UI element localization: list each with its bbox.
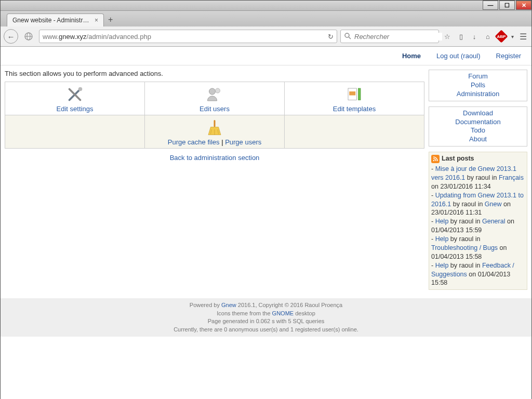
- svg-point-8: [209, 88, 216, 95]
- post-category[interactable]: Français: [499, 174, 524, 181]
- link-back-admin[interactable]: Back to administration section: [170, 154, 260, 162]
- purge-separator: |: [220, 138, 225, 146]
- link-edit-templates[interactable]: Edit templates: [333, 105, 376, 113]
- post-item: - Help by raoul in Feedback / Suggestion…: [431, 261, 525, 288]
- last-posts-title: Last posts: [442, 154, 474, 163]
- templates-icon: [287, 84, 422, 105]
- cell-edit-users: Edit users: [145, 82, 285, 115]
- post-item: - Mise à jour de Gnew 2013.1 vers 2016.1…: [431, 165, 525, 191]
- link-purge-users[interactable]: Purge users: [225, 138, 261, 146]
- top-nav: Home Log out (raoul) Register: [1, 47, 531, 65]
- link-documentation[interactable]: Documentation: [431, 118, 525, 127]
- new-tab-button[interactable]: +: [104, 13, 117, 26]
- post-title[interactable]: Help: [435, 262, 449, 269]
- search-bar[interactable]: [340, 30, 439, 43]
- cell-edit-templates: Edit templates: [285, 82, 424, 115]
- minimize-button[interactable]: —: [483, 1, 498, 10]
- link-administration[interactable]: Administration: [431, 90, 525, 99]
- svg-line-4: [349, 37, 351, 39]
- link-polls[interactable]: Polls: [431, 81, 525, 90]
- nav-logout[interactable]: Log out (raoul): [436, 52, 481, 60]
- link-download[interactable]: Download: [431, 109, 525, 118]
- reload-icon[interactable]: ↻: [328, 33, 334, 41]
- close-tab-icon[interactable]: ×: [95, 17, 98, 24]
- tab-title: Gnew website - Administration...: [12, 17, 90, 24]
- downloads-icon[interactable]: ↓: [469, 31, 480, 42]
- link-todo[interactable]: Todo: [431, 126, 525, 135]
- back-button[interactable]: ←: [4, 29, 18, 44]
- search-input[interactable]: [354, 33, 442, 41]
- post-title[interactable]: Help: [435, 235, 449, 243]
- url-domain: gnew.xyz: [59, 33, 86, 41]
- post-title[interactable]: Help: [435, 218, 449, 225]
- svg-point-3: [345, 33, 349, 37]
- url-prefix: www.: [43, 33, 59, 41]
- content-area: This section allows you to perform advan…: [1, 65, 531, 294]
- post-category[interactable]: Gnew: [485, 201, 502, 208]
- link-purge-cache[interactable]: Purge cache files: [168, 138, 220, 146]
- menu-icon[interactable]: ☰: [518, 31, 528, 42]
- cell-purge: Purge cache files | Purge users: [145, 115, 285, 149]
- section-description: This section allows you to perform advan…: [5, 70, 424, 77]
- browser-toolbar: ← www.gnew.xyz/admin/advanced.php ↻ ☆ ▯ …: [1, 26, 531, 47]
- svg-rect-11: [349, 91, 355, 96]
- cell-edit-settings: Edit settings: [5, 82, 145, 115]
- home-icon[interactable]: ⌂: [483, 31, 493, 42]
- svg-point-9: [216, 88, 220, 93]
- maximize-button[interactable]: ☐: [499, 1, 515, 10]
- sidebar: Forum Polls Administration Download Docu…: [429, 70, 527, 290]
- browser-tab[interactable]: Gnew website - Administration... ×: [7, 14, 104, 26]
- last-posts-header: Last posts: [431, 154, 525, 163]
- search-icon: [344, 32, 351, 41]
- tools-crossed-icon: [7, 84, 142, 105]
- bookmark-star-icon[interactable]: ☆: [442, 31, 453, 42]
- link-edit-settings[interactable]: Edit settings: [57, 105, 94, 113]
- url-bar[interactable]: www.gnew.xyz/admin/advanced.php ↻: [39, 30, 337, 43]
- post-category[interactable]: Troubleshooting / Bugs: [431, 244, 498, 251]
- svg-point-7: [78, 87, 83, 91]
- link-edit-users[interactable]: Edit users: [200, 105, 230, 113]
- svg-rect-12: [358, 88, 361, 100]
- svg-point-17: [433, 159, 435, 161]
- page-viewport: Home Log out (raoul) Register This secti…: [1, 47, 531, 399]
- post-item: - Help by raoul in General on 01/04/2013…: [431, 217, 525, 235]
- abp-icon[interactable]: ABP: [496, 31, 507, 42]
- rss-icon[interactable]: [431, 155, 440, 163]
- link-forum[interactable]: Forum: [431, 72, 525, 81]
- os-titlebar: — ☐ ✕: [1, 1, 531, 11]
- post-item: - Updating from Gnew 2013.1 to 2016.1 by…: [431, 191, 525, 218]
- browser-window: — ☐ ✕ Gnew website - Administration... ×…: [0, 0, 532, 399]
- footer-link-gnome[interactable]: GNOME: [272, 310, 294, 316]
- browser-tab-strip: Gnew website - Administration... × +: [1, 11, 531, 26]
- footer-link-gnew[interactable]: Gnew: [221, 302, 236, 308]
- page-footer: Powered by Gnew 2016.1, Copyright © 2016…: [1, 298, 531, 337]
- close-window-button[interactable]: ✕: [516, 1, 531, 10]
- users-icon: [147, 84, 282, 105]
- nav-home[interactable]: Home: [402, 52, 421, 60]
- clipboard-icon[interactable]: ▯: [456, 31, 466, 42]
- link-about[interactable]: About: [431, 135, 525, 144]
- main-column: This section allows you to perform advan…: [5, 70, 424, 290]
- actions-grid: Edit settings Edit users: [5, 82, 424, 149]
- broom-icon: [147, 117, 282, 138]
- svg-rect-13: [214, 120, 216, 127]
- globe-icon: [21, 29, 36, 44]
- back-link-row: Back to administration section: [5, 154, 424, 162]
- post-category[interactable]: General: [482, 218, 505, 225]
- last-posts-box: Last posts - Mise à jour de Gnew 2013.1 …: [429, 152, 527, 290]
- url-path: /admin/advanced.php: [87, 33, 151, 41]
- sidebar-box-info: Download Documentation Todo About: [429, 107, 527, 147]
- abp-dropdown-icon[interactable]: ▾: [510, 31, 515, 42]
- post-item: - Help by raoul in Troubleshooting / Bug…: [431, 235, 525, 261]
- nav-register[interactable]: Register: [496, 52, 521, 60]
- sidebar-box-nav: Forum Polls Administration: [429, 70, 527, 101]
